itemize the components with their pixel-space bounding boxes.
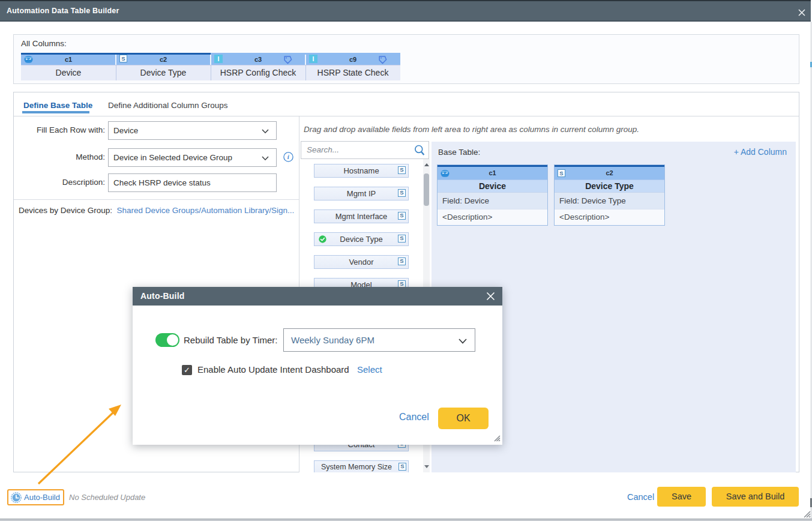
svg-text:i: i — [287, 153, 290, 160]
